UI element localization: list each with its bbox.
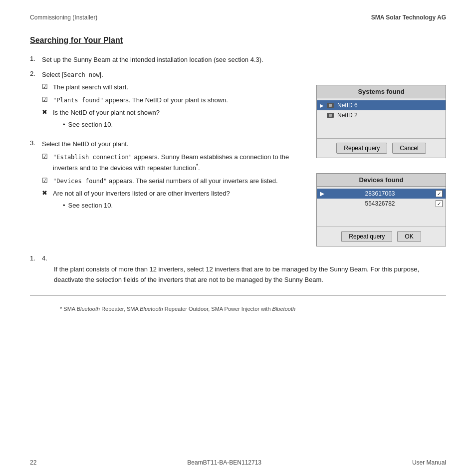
header-left: Commissioning (Installer) [30, 14, 97, 21]
sub-item-check-3: "Establish connection" appears. Sunny Be… [42, 152, 301, 173]
footer-page-number: 22 [30, 459, 36, 466]
systems-found-body: ▶ NetID 6 ▶ NetID 2 [317, 98, 446, 138]
footer-doc-id: BeamBT11-BA-BEN112713 [187, 459, 261, 466]
section-title: Searching for Your Plant [30, 36, 446, 45]
bullet-item-2: See section 10. [63, 201, 301, 211]
sub-item-check-2: "Plants found" appears. The NetID of you… [42, 95, 301, 105]
check-icon-4 [42, 176, 50, 185]
systems-cancel-button[interactable]: Cancel [392, 143, 426, 154]
net-icon-1 [327, 113, 334, 118]
check-icon-1 [42, 82, 50, 91]
systems-row-1-label: NetID 2 [337, 112, 358, 119]
systems-row-0[interactable]: ▶ NetID 6 [317, 100, 446, 110]
cross-icon-1 [42, 108, 50, 117]
devices-found-title: Devices found [317, 174, 446, 187]
footnote-area: * SMA Bluetooth Repeater, SMA Bluetooth … [30, 295, 446, 312]
footnote-text: * SMA Bluetooth Repeater, SMA Bluetooth … [60, 306, 416, 312]
step-3-text: Select the NetID of your plant. [42, 139, 301, 149]
systems-found-title: Systems found [317, 85, 446, 98]
left-column: Set up the Sunny Beam at the intended in… [30, 55, 301, 220]
systems-found-buttons: Repeat query Cancel [317, 138, 446, 158]
device-arrow-0: ▶ [320, 190, 324, 197]
step-4-number: 4. [42, 254, 54, 262]
systems-repeat-query-button[interactable]: Repeat query [336, 143, 387, 154]
page: Commissioning (Installer) SMA Solar Tech… [0, 0, 476, 476]
sub-item-text-2: "Plants found" appears. The NetID of you… [53, 95, 301, 105]
step-3: Select the NetID of your plant. "Establi… [30, 139, 301, 215]
step-1: Set up the Sunny Beam at the intended in… [30, 55, 301, 65]
main-layout: Set up the Sunny Beam at the intended in… [30, 55, 446, 246]
bullet-item-1: See section 10. [63, 120, 301, 130]
check-icon-2 [42, 95, 50, 104]
sub-item-text-1: The plant search will start. [53, 82, 301, 92]
devices-found-buttons: Repeat query OK [317, 227, 446, 246]
step4-list: 4. If the plant consists of more than 12… [30, 254, 446, 285]
step-4-text: If the plant consists of more than 12 in… [54, 264, 446, 285]
sub-item-cross-2: Are not all of your inverters listed or … [42, 189, 301, 212]
device-label-1: 554326782 [365, 200, 395, 207]
step-4: 4. If the plant consists of more than 12… [30, 254, 446, 285]
header-right: SMA Solar Technology AG [371, 14, 446, 21]
step-1-text: Set up the Sunny Beam at the intended in… [42, 55, 301, 65]
sub-item-check-1: The plant search will start. [42, 82, 301, 92]
step-2-content: Select [Search now]. The plant search wi… [42, 70, 301, 135]
net-icon-0 [327, 103, 334, 108]
devices-found-dialog: Devices found ▶ 283617063 ▶ 554326782 [316, 173, 446, 246]
footer: 22 BeamBT11-BA-BEN112713 User Manual [0, 449, 476, 476]
devices-repeat-query-button[interactable]: Repeat query [341, 231, 392, 242]
devices-found-body: ▶ 283617063 ▶ 554326782 [317, 187, 446, 227]
device-row-1[interactable]: ▶ 554326782 [317, 199, 446, 209]
cross-icon-2 [42, 189, 50, 198]
step-2: Select [Search now]. The plant search wi… [30, 70, 301, 135]
devices-ok-button[interactable]: OK [397, 231, 421, 242]
steps-list: Set up the Sunny Beam at the intended in… [30, 55, 301, 215]
sub-item-cross-1: Is the NetID of your plant not shown? Se… [42, 108, 301, 131]
sub-item-text-6: Are not all of your inverters listed or … [53, 189, 301, 212]
systems-found-dialog: Systems found ▶ NetID 6 ▶ NetID 2 [316, 85, 446, 158]
sub-item-check-4: "Devices found" appears. The serial numb… [42, 176, 301, 186]
sub-item-text-5: "Devices found" appears. The serial numb… [53, 176, 301, 186]
device-row-0[interactable]: ▶ 283617063 [317, 189, 446, 199]
check-icon-3 [42, 152, 50, 161]
device-checkbox-1[interactable] [436, 200, 443, 207]
device-checkbox-0[interactable] [436, 190, 443, 197]
step-3-subitems: "Establish connection" appears. Sunny Be… [42, 152, 301, 213]
step-2-subitems: The plant search will start. "Plants fou… [42, 82, 301, 131]
content: Searching for Your Plant Set up the Sunn… [0, 21, 476, 285]
sub-item-text-4: "Establish connection" appears. Sunny Be… [53, 152, 301, 173]
arrow-icon-0: ▶ [320, 103, 324, 108]
systems-row-0-label: NetID 6 [337, 102, 358, 109]
step-2-text: Select [Search now]. [42, 70, 301, 80]
sub-item-text-3: Is the NetID of your plant not shown? Se… [53, 108, 301, 131]
step-3-content: Select the NetID of your plant. "Establi… [42, 139, 301, 215]
bullet-list-2: See section 10. [53, 201, 301, 211]
footer-doc-type: User Manual [412, 459, 446, 466]
device-label-0: 283617063 [365, 190, 395, 197]
right-column: Systems found ▶ NetID 6 ▶ NetID 2 [316, 55, 446, 246]
header: Commissioning (Installer) SMA Solar Tech… [0, 0, 476, 21]
systems-row-1[interactable]: ▶ NetID 2 [317, 110, 446, 120]
bullet-list-1: See section 10. [53, 120, 301, 130]
